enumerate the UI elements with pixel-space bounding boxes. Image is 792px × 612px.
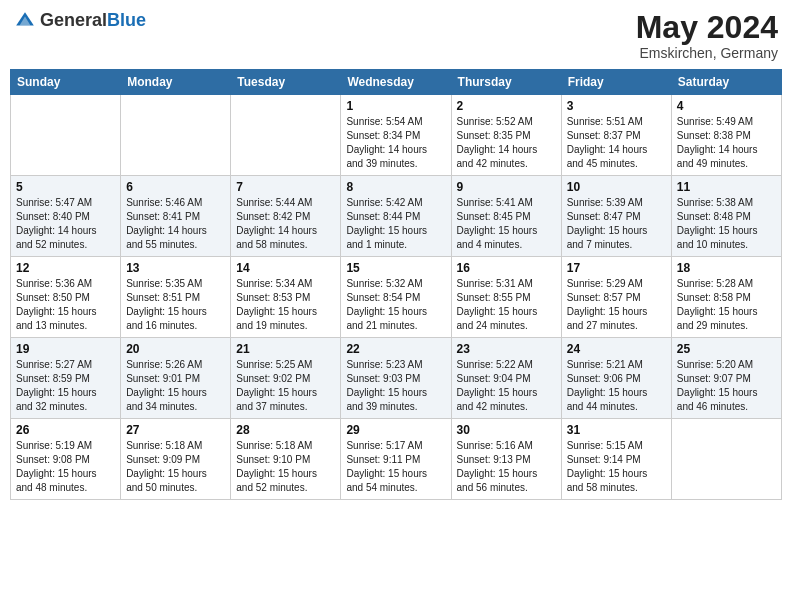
calendar-cell: 14Sunrise: 5:34 AM Sunset: 8:53 PM Dayli… [231,257,341,338]
calendar-cell: 30Sunrise: 5:16 AM Sunset: 9:13 PM Dayli… [451,419,561,500]
day-number: 7 [236,180,335,194]
day-info: Sunrise: 5:52 AM Sunset: 8:35 PM Dayligh… [457,115,556,171]
day-info: Sunrise: 5:28 AM Sunset: 8:58 PM Dayligh… [677,277,776,333]
day-info: Sunrise: 5:34 AM Sunset: 8:53 PM Dayligh… [236,277,335,333]
calendar-cell: 28Sunrise: 5:18 AM Sunset: 9:10 PM Dayli… [231,419,341,500]
calendar-cell: 9Sunrise: 5:41 AM Sunset: 8:45 PM Daylig… [451,176,561,257]
day-info: Sunrise: 5:27 AM Sunset: 8:59 PM Dayligh… [16,358,115,414]
day-number: 11 [677,180,776,194]
calendar-cell [231,95,341,176]
location-subtitle: Emskirchen, Germany [636,45,778,61]
day-number: 12 [16,261,115,275]
day-number: 29 [346,423,445,437]
day-info: Sunrise: 5:36 AM Sunset: 8:50 PM Dayligh… [16,277,115,333]
day-number: 1 [346,99,445,113]
day-info: Sunrise: 5:18 AM Sunset: 9:09 PM Dayligh… [126,439,225,495]
day-number: 5 [16,180,115,194]
day-info: Sunrise: 5:51 AM Sunset: 8:37 PM Dayligh… [567,115,666,171]
day-info: Sunrise: 5:31 AM Sunset: 8:55 PM Dayligh… [457,277,556,333]
day-number: 20 [126,342,225,356]
day-info: Sunrise: 5:23 AM Sunset: 9:03 PM Dayligh… [346,358,445,414]
page-header: GeneralBlue May 2024 Emskirchen, Germany [10,10,782,61]
day-number: 26 [16,423,115,437]
logo: GeneralBlue [14,10,146,32]
calendar-cell: 1Sunrise: 5:54 AM Sunset: 8:34 PM Daylig… [341,95,451,176]
day-info: Sunrise: 5:15 AM Sunset: 9:14 PM Dayligh… [567,439,666,495]
calendar-header-row: SundayMondayTuesdayWednesdayThursdayFrid… [11,70,782,95]
calendar-cell: 16Sunrise: 5:31 AM Sunset: 8:55 PM Dayli… [451,257,561,338]
calendar-cell: 18Sunrise: 5:28 AM Sunset: 8:58 PM Dayli… [671,257,781,338]
column-header-friday: Friday [561,70,671,95]
day-number: 13 [126,261,225,275]
calendar-week-row: 5Sunrise: 5:47 AM Sunset: 8:40 PM Daylig… [11,176,782,257]
day-number: 8 [346,180,445,194]
calendar-cell [671,419,781,500]
calendar-cell: 11Sunrise: 5:38 AM Sunset: 8:48 PM Dayli… [671,176,781,257]
calendar-cell [11,95,121,176]
day-number: 21 [236,342,335,356]
day-number: 15 [346,261,445,275]
calendar-cell: 6Sunrise: 5:46 AM Sunset: 8:41 PM Daylig… [121,176,231,257]
day-number: 22 [346,342,445,356]
calendar-cell: 23Sunrise: 5:22 AM Sunset: 9:04 PM Dayli… [451,338,561,419]
day-number: 25 [677,342,776,356]
column-header-sunday: Sunday [11,70,121,95]
day-number: 17 [567,261,666,275]
calendar-cell: 4Sunrise: 5:49 AM Sunset: 8:38 PM Daylig… [671,95,781,176]
calendar-cell: 26Sunrise: 5:19 AM Sunset: 9:08 PM Dayli… [11,419,121,500]
day-info: Sunrise: 5:54 AM Sunset: 8:34 PM Dayligh… [346,115,445,171]
month-title: May 2024 [636,10,778,45]
day-info: Sunrise: 5:25 AM Sunset: 9:02 PM Dayligh… [236,358,335,414]
day-number: 24 [567,342,666,356]
day-info: Sunrise: 5:49 AM Sunset: 8:38 PM Dayligh… [677,115,776,171]
day-number: 31 [567,423,666,437]
day-info: Sunrise: 5:17 AM Sunset: 9:11 PM Dayligh… [346,439,445,495]
calendar-cell: 19Sunrise: 5:27 AM Sunset: 8:59 PM Dayli… [11,338,121,419]
calendar-week-row: 19Sunrise: 5:27 AM Sunset: 8:59 PM Dayli… [11,338,782,419]
calendar-cell: 25Sunrise: 5:20 AM Sunset: 9:07 PM Dayli… [671,338,781,419]
day-number: 6 [126,180,225,194]
calendar-table: SundayMondayTuesdayWednesdayThursdayFrid… [10,69,782,500]
column-header-wednesday: Wednesday [341,70,451,95]
day-number: 10 [567,180,666,194]
day-number: 18 [677,261,776,275]
calendar-cell: 7Sunrise: 5:44 AM Sunset: 8:42 PM Daylig… [231,176,341,257]
calendar-cell: 20Sunrise: 5:26 AM Sunset: 9:01 PM Dayli… [121,338,231,419]
day-info: Sunrise: 5:42 AM Sunset: 8:44 PM Dayligh… [346,196,445,252]
day-number: 28 [236,423,335,437]
day-number: 14 [236,261,335,275]
day-info: Sunrise: 5:26 AM Sunset: 9:01 PM Dayligh… [126,358,225,414]
day-info: Sunrise: 5:41 AM Sunset: 8:45 PM Dayligh… [457,196,556,252]
day-number: 27 [126,423,225,437]
column-header-saturday: Saturday [671,70,781,95]
calendar-week-row: 1Sunrise: 5:54 AM Sunset: 8:34 PM Daylig… [11,95,782,176]
day-info: Sunrise: 5:29 AM Sunset: 8:57 PM Dayligh… [567,277,666,333]
calendar-cell: 21Sunrise: 5:25 AM Sunset: 9:02 PM Dayli… [231,338,341,419]
calendar-week-row: 26Sunrise: 5:19 AM Sunset: 9:08 PM Dayli… [11,419,782,500]
calendar-cell: 17Sunrise: 5:29 AM Sunset: 8:57 PM Dayli… [561,257,671,338]
day-number: 4 [677,99,776,113]
day-info: Sunrise: 5:18 AM Sunset: 9:10 PM Dayligh… [236,439,335,495]
column-header-tuesday: Tuesday [231,70,341,95]
day-number: 9 [457,180,556,194]
day-info: Sunrise: 5:39 AM Sunset: 8:47 PM Dayligh… [567,196,666,252]
column-header-thursday: Thursday [451,70,561,95]
day-info: Sunrise: 5:16 AM Sunset: 9:13 PM Dayligh… [457,439,556,495]
calendar-cell: 24Sunrise: 5:21 AM Sunset: 9:06 PM Dayli… [561,338,671,419]
title-block: May 2024 Emskirchen, Germany [636,10,778,61]
day-number: 23 [457,342,556,356]
logo-icon [14,10,36,32]
day-number: 30 [457,423,556,437]
day-info: Sunrise: 5:32 AM Sunset: 8:54 PM Dayligh… [346,277,445,333]
logo-text-general: GeneralBlue [40,11,146,31]
calendar-cell: 22Sunrise: 5:23 AM Sunset: 9:03 PM Dayli… [341,338,451,419]
day-info: Sunrise: 5:20 AM Sunset: 9:07 PM Dayligh… [677,358,776,414]
calendar-cell: 29Sunrise: 5:17 AM Sunset: 9:11 PM Dayli… [341,419,451,500]
calendar-cell: 5Sunrise: 5:47 AM Sunset: 8:40 PM Daylig… [11,176,121,257]
calendar-cell: 15Sunrise: 5:32 AM Sunset: 8:54 PM Dayli… [341,257,451,338]
calendar-cell [121,95,231,176]
day-info: Sunrise: 5:19 AM Sunset: 9:08 PM Dayligh… [16,439,115,495]
calendar-cell: 8Sunrise: 5:42 AM Sunset: 8:44 PM Daylig… [341,176,451,257]
day-info: Sunrise: 5:44 AM Sunset: 8:42 PM Dayligh… [236,196,335,252]
calendar-cell: 27Sunrise: 5:18 AM Sunset: 9:09 PM Dayli… [121,419,231,500]
